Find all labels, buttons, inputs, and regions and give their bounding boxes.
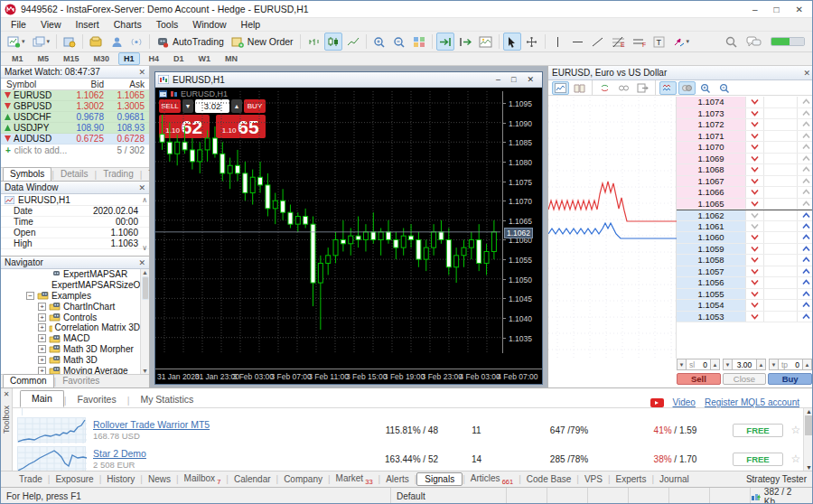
timeframe-m1[interactable]: M1 — [6, 52, 29, 65]
dom-sell-at-button[interactable] — [745, 244, 763, 255]
volume-stepper[interactable]: ▼ 3.00 ▲ — [723, 359, 766, 370]
toolbox-tab-mailbox[interactable]: Mailbox 7 — [179, 472, 227, 487]
toolbox-tab-code-base[interactable]: Code Base — [521, 473, 576, 485]
dom-buy-at-button[interactable] — [797, 255, 813, 266]
dom-sell-at-button[interactable] — [745, 312, 763, 322]
navigator-tab-favorites[interactable]: Favorites — [56, 375, 106, 387]
video-link[interactable]: Video — [673, 397, 696, 407]
dom-sell-at-button[interactable] — [745, 277, 763, 288]
dom-buy-at-button[interactable] — [797, 176, 813, 187]
navigator-item[interactable]: +ChartInChart — [1, 301, 140, 312]
dom-trade-cell[interactable] — [763, 210, 797, 220]
dom-sell-at-button[interactable] — [745, 108, 763, 119]
navigator-item[interactable]: +MACD — [1, 333, 140, 344]
expander-plus-icon[interactable]: + — [38, 345, 46, 353]
stoploss-stepper[interactable]: ▼ sl0 ▲ — [677, 359, 720, 370]
dom-sell-at-button[interactable] — [745, 164, 763, 175]
menu-insert[interactable]: Insert — [69, 18, 107, 31]
menu-file[interactable]: File — [4, 18, 33, 31]
dom-sell-at-button[interactable] — [745, 289, 763, 300]
increase-icon[interactable]: ▲ — [802, 359, 812, 370]
market-watch-row[interactable]: GBPUSD1.30021.3005 — [1, 101, 149, 112]
dom-trade-cell[interactable] — [763, 255, 797, 266]
dom-buy-at-button[interactable] — [797, 187, 813, 198]
toolbox-tab-vps[interactable]: VPS — [579, 473, 608, 485]
profiles-button[interactable]: ▾ — [30, 33, 53, 51]
trendline-tool-button[interactable] — [589, 33, 607, 51]
dom-sell-at-button[interactable] — [745, 210, 763, 220]
market-watch-row[interactable]: USDCHF0.96780.9681 — [1, 112, 149, 123]
toolbox-tab-articles[interactable]: Articles 661 — [465, 472, 519, 487]
chart-shift-button[interactable] — [456, 33, 474, 51]
dom-trade-cell[interactable] — [763, 221, 797, 232]
scroll-down-icon[interactable]: ∨ — [142, 244, 147, 252]
register-mql5-link[interactable]: Register MQL5 account — [705, 397, 799, 407]
dom-sell-at-button[interactable] — [745, 199, 763, 210]
dom-trade-cell[interactable] — [763, 187, 797, 198]
chart-maximize-button[interactable]: □ — [511, 75, 516, 84]
dom-sell-at-button[interactable] — [745, 119, 763, 130]
dom-sell-at-button[interactable] — [745, 232, 763, 243]
dom-trade-cell[interactable] — [763, 131, 797, 142]
timeframe-h4[interactable]: H4 — [144, 52, 165, 65]
zoom-out-button[interactable] — [390, 33, 408, 51]
vps-button[interactable] — [127, 33, 145, 51]
toolbox-tab-company[interactable]: Company — [278, 473, 328, 485]
dom-trade-cell[interactable] — [763, 119, 797, 130]
expander-minus-icon[interactable]: − — [26, 292, 34, 300]
toolbox-tab-exposure[interactable]: Exposure — [50, 473, 98, 485]
navigator-item[interactable]: +Math 3D — [1, 354, 140, 365]
dom-close-button[interactable]: Close — [723, 373, 767, 385]
scroll-up-icon[interactable]: ▲ — [806, 408, 812, 415]
decrease-icon[interactable]: ▼ — [723, 359, 733, 370]
timeframe-mn[interactable]: MN — [220, 52, 243, 65]
chart-window-titlebar[interactable]: EURUSD,H1 – □ ✕ — [155, 72, 542, 88]
favorite-star-icon[interactable]: ☆ — [789, 424, 803, 436]
col-ask[interactable]: Ask — [108, 79, 149, 89]
dom-export-button[interactable] — [634, 81, 651, 95]
market-watch-tab-symbols[interactable]: Symbols — [3, 167, 51, 181]
dom-trade-cell[interactable] — [763, 97, 797, 107]
dom-zoom-out-button[interactable] — [716, 81, 734, 95]
market-watch-add-row[interactable]: + click to add... 5 / 302 — [1, 145, 149, 155]
toolbox-tab-market[interactable]: Market 33 — [331, 472, 378, 487]
cursor-tool-button[interactable] — [503, 33, 521, 51]
dom-depth-view-button[interactable] — [552, 81, 569, 95]
navigator-item[interactable]: +Controls — [1, 312, 140, 322]
col-bid[interactable]: Bid — [68, 79, 108, 89]
dom-buy-at-button[interactable] — [797, 154, 813, 164]
dom-buy-at-button[interactable] — [797, 108, 813, 119]
minimize-button[interactable]: – — [752, 1, 758, 18]
dom-trade-cell[interactable] — [763, 244, 797, 255]
market-watch-row[interactable]: EURUSD1.10621.1065 — [1, 90, 149, 101]
dom-trade-cell[interactable] — [763, 300, 797, 311]
dom-buy-at-button[interactable] — [797, 119, 813, 130]
strategy-tester-label[interactable]: Strategy Tester — [746, 474, 813, 484]
zoom-in-button[interactable] — [370, 33, 388, 51]
menu-charts[interactable]: Charts — [107, 18, 149, 31]
market-watch-row[interactable]: AUDUSD0.67250.6728 — [1, 134, 149, 145]
toolbox-tab-alerts[interactable]: Alerts — [380, 473, 415, 485]
close-button[interactable]: ✕ — [796, 1, 803, 18]
dom-buy-button[interactable]: Buy — [768, 373, 812, 385]
horizontal-line-tool-button[interactable] — [569, 33, 587, 51]
text-tool-button[interactable]: T — [650, 33, 668, 51]
signal-name-link[interactable]: Star 2 Demo — [93, 448, 339, 459]
fibonacci-tool-button[interactable]: E — [609, 33, 628, 51]
timeframe-m30[interactable]: M30 — [89, 52, 116, 65]
search-icon[interactable] — [725, 36, 737, 48]
dom-trade-cell[interactable] — [763, 142, 797, 153]
dom-buy-at-button[interactable] — [797, 277, 813, 288]
menu-window[interactable]: Window — [185, 18, 233, 31]
timeframe-h1[interactable]: H1 — [118, 52, 140, 65]
dom-buy-at-button[interactable] — [797, 289, 813, 300]
autotrading-button[interactable]: AutoTrading — [154, 33, 227, 51]
toolbox-scrollbar[interactable]: ▲ ▼ — [803, 408, 813, 471]
dom-book-view-button[interactable] — [571, 81, 588, 95]
signals-tab-my-statistics[interactable]: My Statistics — [129, 392, 204, 407]
scroll-up-icon[interactable]: ∧ — [142, 196, 149, 204]
signals-tab-main[interactable]: Main — [20, 390, 64, 407]
toolbox-tab-news[interactable]: News — [143, 473, 176, 485]
close-icon[interactable]: ✕ — [4, 390, 10, 398]
arrows-tool-button[interactable]: ▾ — [670, 33, 693, 51]
